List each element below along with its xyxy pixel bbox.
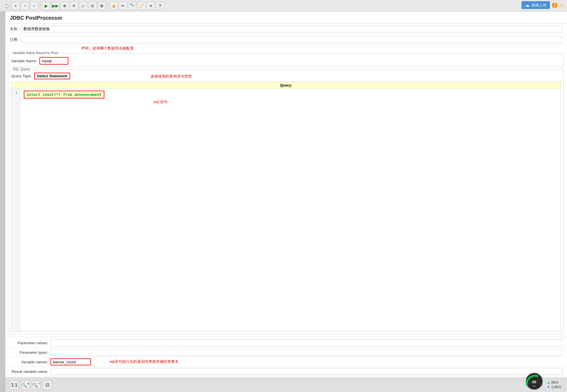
query-header: Query: <box>12 82 561 89</box>
warning-icon: ⚠ <box>559 2 564 8</box>
param-values-input[interactable] <box>50 339 562 346</box>
speed-indicators: ▲ 0K/s ▼ 1.6K/s <box>547 380 561 389</box>
cloud-upload-icon: ☁ <box>525 2 530 8</box>
code-area[interactable]: select count(*) from announcement <box>20 89 561 331</box>
remove-icon[interactable]: − <box>21 2 29 10</box>
query-type-label: Query Type: <box>11 74 32 78</box>
help-icon[interactable]: ? <box>156 2 164 10</box>
note-input[interactable] <box>21 36 562 43</box>
stop-icon[interactable]: ⏹ <box>61 2 69 10</box>
param-types-label: Parameter types: <box>10 350 50 355</box>
upload-button[interactable]: ☁ 拖拽上传 <box>521 1 550 9</box>
zoom-controls: 1:1 🔍+ 🔍− ⊡ <box>10 381 52 389</box>
zoom-out-button[interactable]: 🔍− <box>32 381 41 389</box>
clear-icon[interactable]: ✖ <box>70 2 78 10</box>
name-input[interactable] <box>21 25 562 32</box>
variable-name-label: Variable Name: <box>11 59 37 63</box>
param-values-label: Parameter values: <box>10 341 50 345</box>
panel-title: JDBC PostProcessor <box>5 12 567 24</box>
variable-pool-section: Variable Name Bound to Pool Variable Nam… <box>9 53 564 67</box>
cut-icon[interactable]: ✂ <box>119 2 127 10</box>
sidebar <box>0 12 5 392</box>
section-title-pool: Variable Name Bound to Pool <box>11 51 59 55</box>
sql-paren-close: ) <box>59 92 61 97</box>
note-row: 注释： <box>5 34 567 45</box>
query-type-row: Query Type: Select Statement <box>11 73 561 79</box>
pool-annotation: 声明，使用哪个数据库连接配置 <box>81 46 134 51</box>
var-names-row: Variable names: sql语句执行后的返回结果值存储的变量名 <box>5 357 567 367</box>
remote-all-icon[interactable]: ⊙ <box>88 2 97 10</box>
remote-run-icon[interactable]: ▷ <box>79 2 87 10</box>
gauge-widget: 65 % <box>524 371 544 391</box>
variable-name-input[interactable] <box>39 57 68 65</box>
warning-badge: 2 <box>552 3 557 8</box>
name-label: 名称： <box>10 26 21 32</box>
name-row: 名称： <box>5 24 567 34</box>
result-var-row: Result variable name: <box>5 367 567 376</box>
result-var-label: Result variable name: <box>10 369 50 374</box>
clear-all-icon[interactable]: 🧹 <box>137 2 146 10</box>
sql-annotation: sql语句 <box>153 100 167 104</box>
sql-star: * <box>56 92 59 97</box>
speed-up: 0K/s <box>551 380 558 384</box>
param-types-row: Parameter types: <box>5 348 567 357</box>
param-values-row: Parameter values: <box>5 338 567 348</box>
var-names-label: Variable names: <box>10 360 50 364</box>
run-icon[interactable]: ▶ <box>42 2 50 10</box>
top-bar-right: ☁ 拖拽上传 2 ⚠ <box>521 1 564 9</box>
status-bar: 1:1 🔍+ 🔍− ⊡ <box>5 378 567 392</box>
var-names-input[interactable] <box>50 358 91 365</box>
remote-stop-icon[interactable]: ⊚ <box>98 2 106 10</box>
zoom-in-icon: 🔍+ <box>21 382 29 388</box>
bottom-form: Parameter values: Parameter types: Varia… <box>5 337 567 378</box>
svg-text:65: 65 <box>532 380 536 384</box>
sql-code-line: select count(*) from announcement <box>24 91 104 98</box>
fit-button[interactable]: ⊡ <box>43 381 52 389</box>
move-icon[interactable]: ↔ <box>30 2 38 10</box>
line-numbers: 1 <box>12 89 20 331</box>
line-number-1: 1 <box>14 91 18 95</box>
sql-query-section: SQL Query Query Type: Select Statement 选… <box>9 69 564 334</box>
clipboard-icon[interactable]: 📋 <box>2 2 10 10</box>
param-types-input[interactable] <box>50 349 562 356</box>
zoom-out-icon: 🔍− <box>32 382 40 388</box>
sql-section-title: SQL Query <box>11 67 31 71</box>
main-content: JDBC PostProcessor 名称： 注释： 声明，使用哪个数据库连接配… <box>5 12 567 392</box>
run-all-icon[interactable]: ▶▶ <box>51 2 59 10</box>
note-label: 注释： <box>10 37 21 42</box>
query-type-annotation: 选择使用的查询语句类型 <box>150 74 192 79</box>
speed-down: 1.6K/s <box>551 385 561 389</box>
search-icon[interactable]: 🔭 <box>128 2 136 10</box>
jdbc-panel: JDBC PostProcessor 名称： 注释： 声明，使用哪个数据库连接配… <box>5 12 567 378</box>
toolbar: 📋 + − ↔ ▶ ▶▶ ⏹ ✖ ▷ ⊙ ⊚ 🍺 ✂ 🔭 🧹 ≡ ? ☁ 拖拽上… <box>0 0 567 12</box>
query-editor: Query: 1 select count(*) <box>11 82 561 332</box>
templates-icon[interactable]: 🍺 <box>110 2 118 10</box>
zoom-100-button[interactable]: 1:1 <box>10 381 19 389</box>
zoom-in-button[interactable]: 🔍+ <box>21 381 30 389</box>
sql-keyword-from: from <box>63 92 72 97</box>
sql-keyword-select: select <box>27 92 40 97</box>
sql-paren: ( <box>54 92 56 97</box>
result-var-input[interactable] <box>50 368 562 375</box>
sql-table-name: announcement <box>74 92 101 97</box>
varname-annotation: sql语句执行后的返回结果值存储的变量名 <box>110 359 179 364</box>
fit-icon: ⊡ <box>46 382 49 388</box>
svg-text:%: % <box>533 385 535 387</box>
sql-section-content: Query Type: Select Statement 选择使用的查询语句类型… <box>9 70 563 334</box>
query-editor-body: 1 select count(*) from <box>12 89 561 331</box>
sql-function-count: count <box>43 92 54 97</box>
add-icon[interactable]: + <box>12 2 20 10</box>
query-type-value[interactable]: Select Statement <box>34 73 70 79</box>
list-icon[interactable]: ≡ <box>147 2 155 10</box>
upload-label: 拖拽上传 <box>531 3 546 8</box>
section-content-pool: Variable Name: <box>9 54 563 67</box>
zoom-100-label: 1:1 <box>11 382 17 388</box>
